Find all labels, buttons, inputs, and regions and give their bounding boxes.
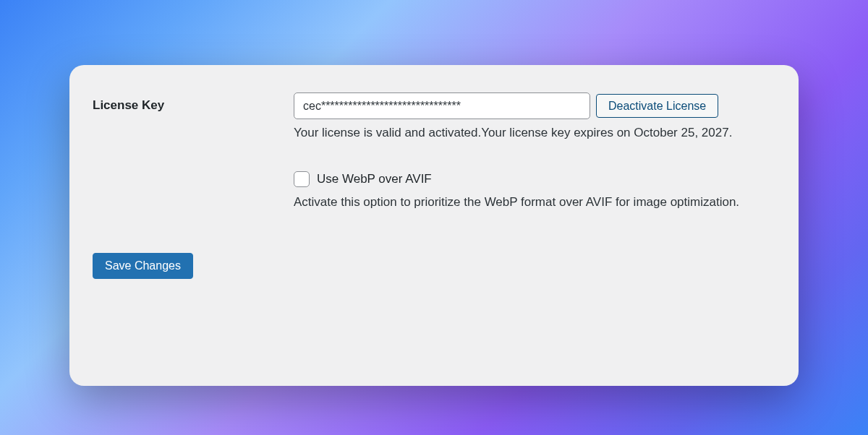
save-changes-button[interactable]: Save Changes	[93, 253, 193, 279]
settings-panel: License Key Deactivate License Your lice…	[69, 65, 799, 386]
webp-over-avif-checkbox[interactable]	[294, 171, 310, 187]
license-content: Deactivate License Your license is valid…	[294, 92, 775, 142]
webp-option-spacer	[93, 171, 294, 177]
webp-checkbox-row: Use WebP over AVIF	[294, 171, 775, 187]
deactivate-license-button[interactable]: Deactivate License	[596, 94, 718, 118]
webp-option-row: Use WebP over AVIF Activate this option …	[93, 171, 775, 212]
license-key-input[interactable]	[294, 92, 590, 119]
license-status-text: Your license is valid and activated.Your…	[294, 124, 775, 142]
license-row: License Key Deactivate License Your lice…	[93, 92, 775, 142]
webp-option-description: Activate this option to prioritize the W…	[294, 193, 775, 212]
license-label: License Key	[93, 92, 294, 113]
license-input-row: Deactivate License	[294, 92, 775, 119]
webp-option-content: Use WebP over AVIF Activate this option …	[294, 171, 775, 212]
webp-checkbox-label[interactable]: Use WebP over AVIF	[317, 172, 432, 186]
